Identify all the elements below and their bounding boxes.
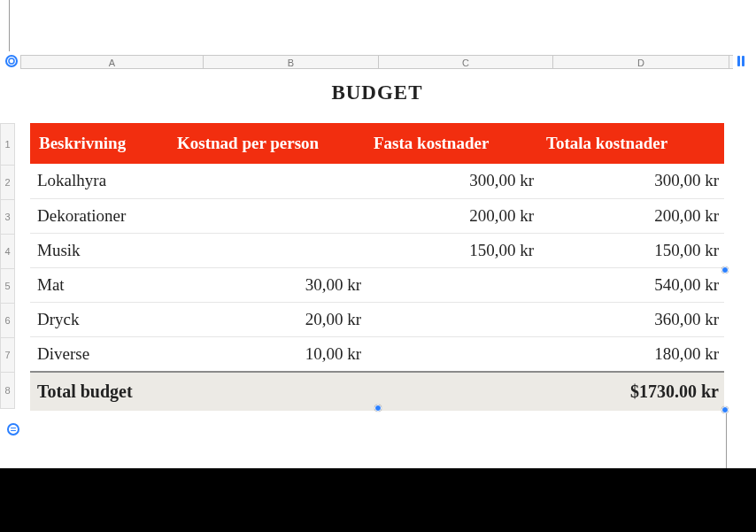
row-header-8[interactable]: 8 [0,373,15,409]
cell-desc[interactable]: Dryck [30,302,170,336]
cell-pp[interactable]: 30,00 kr [170,267,366,302]
footer-label[interactable]: Total budget [30,372,366,411]
col-header-c[interactable]: C [379,56,553,68]
cell-total[interactable]: 180,00 kr [539,336,724,372]
header-fasta-kostnader[interactable]: Fasta kostnader [366,123,539,164]
row-header-7[interactable]: 7 [0,338,15,373]
table-row: Dryck 20,00 kr 360,00 kr [30,302,724,336]
callout-line [9,0,10,51]
table-row: Mat 30,00 kr 540,00 kr [30,267,724,302]
cell-total[interactable]: 360,00 kr [539,302,724,336]
selection-handle[interactable] [721,266,729,274]
cell-fixed[interactable] [366,336,539,372]
table-corner-handle[interactable] [5,55,18,67]
table-title[interactable]: BUDGET [30,81,724,104]
row-header-3[interactable]: 3 [0,200,15,235]
cell-pp[interactable]: 20,00 kr [170,302,366,336]
table-row: Musik 150,00 kr 150,00 kr [30,233,724,267]
cell-fixed[interactable]: 300,00 kr [366,164,539,198]
row-header-5[interactable]: 5 [0,269,15,304]
cell-fixed[interactable] [366,302,539,336]
table-row: Diverse 10,00 kr 180,00 kr [30,336,724,372]
cell-pp[interactable] [170,198,366,233]
header-kostnad-per-person[interactable]: Kostnad per person [170,123,366,164]
column-header-bar: A B C D [20,55,733,69]
table-row: Dekorationer 200,00 kr 200,00 kr [30,198,724,233]
row-header-6[interactable]: 6 [0,304,15,338]
background-strip [0,468,756,532]
cell-desc[interactable]: Lokalhyra [30,164,170,198]
header-totala-kostnader[interactable]: Totala kostnader [539,123,724,164]
row-header-strip: 1 2 3 4 5 6 7 8 [0,123,15,409]
cell-total[interactable]: 200,00 kr [539,198,724,233]
cell-desc[interactable]: Dekorationer [30,198,170,233]
cell-pp[interactable] [170,233,366,267]
col-header-a[interactable]: A [20,56,204,68]
cell-pp[interactable]: 10,00 kr [170,336,366,372]
cell-fixed[interactable] [366,267,539,302]
selection-handle[interactable] [374,405,382,412]
header-beskrivning[interactable]: Beskrivning [30,123,170,164]
cell-desc[interactable]: Diverse [30,336,170,372]
cell-fixed[interactable]: 200,00 kr [366,198,539,233]
row-header-4[interactable]: 4 [0,235,15,269]
add-column-handle[interactable] [737,56,744,66]
budget-table: Beskrivning Kostnad per person Fasta kos… [30,123,724,411]
table-header-row: Beskrivning Kostnad per person Fasta kos… [30,123,724,164]
col-header-b[interactable]: B [204,56,379,68]
cell-pp[interactable] [170,164,366,198]
cell-desc[interactable]: Mat [30,267,170,302]
cell-total[interactable]: 150,00 kr [539,233,724,267]
table-row: Lokalhyra 300,00 kr 300,00 kr [30,164,724,198]
row-header-2[interactable]: 2 [0,166,15,200]
footer-total[interactable]: $1730.00 kr [366,372,724,411]
cell-desc[interactable]: Musik [30,233,170,267]
cell-fixed[interactable]: 150,00 kr [366,233,539,267]
cell-total[interactable]: 540,00 kr [539,267,724,302]
selection-handle[interactable] [721,406,729,413]
add-row-handle[interactable]: = [7,423,19,436]
col-header-d[interactable]: D [553,56,729,68]
svg-point-0 [9,58,14,64]
cell-total[interactable]: 300,00 kr [539,164,724,198]
row-header-1[interactable]: 1 [0,123,15,166]
